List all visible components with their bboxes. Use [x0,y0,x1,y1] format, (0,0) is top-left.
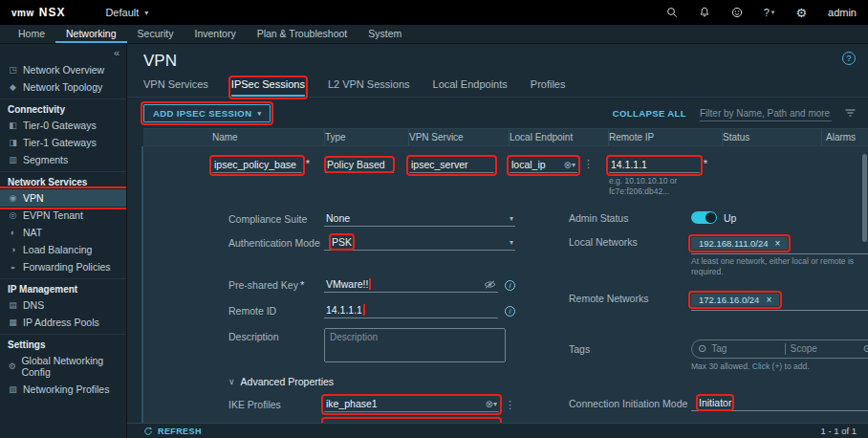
session-name-input[interactable]: ipsec_policy_base [212,158,302,173]
sidebar-group-network-services: Network Services ◉ VPN ◎ EVPN Tenant ◐ N… [0,171,126,275]
nav-security[interactable]: Security [127,25,184,43]
ike-profile-combobox[interactable]: ike_phase1 ⊗ ▾ [324,397,499,412]
sidebar-item-nat[interactable]: ◐ NAT [0,224,126,241]
clear-icon[interactable]: ⊗ [564,160,572,170]
admin-status-toggle[interactable] [691,211,717,224]
compliance-suite-label: Compliance Suite [228,213,324,225]
help-menu[interactable]: ? ▾ [764,7,775,18]
compliance-suite-select[interactable]: None ▾ [324,211,515,227]
pagination: 1 - 1 of 1 [821,426,857,436]
tags-label: Tags [569,343,691,355]
search-icon[interactable] [666,7,678,18]
tier1-gateway-icon: ◨ [8,138,18,147]
forwarding-policies-icon: ◒ [8,262,18,272]
sidebar-item-tier0-gateways[interactable]: ◧ Tier-0 Gateways [0,117,126,134]
pre-shared-key-input[interactable]: VMware!! [324,277,498,293]
refresh-button[interactable]: REFRESH [143,427,202,436]
product-name: NSX [39,6,66,19]
notifications-bell-icon[interactable] [699,7,710,18]
load-balancing-icon: ◑ [8,245,18,254]
info-icon[interactable]: i [505,280,515,291]
show-password-eye-icon[interactable] [484,280,496,289]
ipsec-profile-combobox[interactable]: ipsec_phase2 ⊗ ▾ [324,420,499,423]
remote-networks-input[interactable]: 172.16.16.0/24 × [691,293,868,311]
feedback-smiley-icon[interactable] [731,7,743,18]
sidebar-item-load-balancing[interactable]: ◑ Load Balancing [0,241,126,258]
add-ipsec-session-button[interactable]: ADD IPSEC SESSION ▾ [143,104,271,122]
remote-ip-input[interactable]: 14.1.1.1 [609,158,700,173]
sidebar-collapse-icon[interactable]: « [114,47,119,58]
global-config-gear-icon: ⚙ [8,361,16,371]
remove-chip-icon[interactable]: × [775,238,781,249]
nav-home[interactable]: Home [8,25,55,43]
chevron-down-icon: ∨ [228,377,235,386]
sidebar-item-label: Forwarding Policies [23,261,111,273]
ike-profile-menu-icon[interactable]: ⋮ [505,399,515,411]
chevron-down-icon: ▾ [510,238,513,247]
nav-system[interactable]: System [358,25,412,43]
remove-chip-icon[interactable]: × [766,295,771,305]
local-networks-input[interactable]: 192.168.111.0/24 × [691,236,868,254]
vpn-service-combobox[interactable]: ipsec_server [409,158,494,173]
project-switcher[interactable]: Default ▾ [105,7,148,18]
tab-local-endpoints[interactable]: Local Endpoints [433,78,508,97]
sidebar-item-network-overview[interactable]: ◳ Network Overview [0,61,126,78]
authentication-mode-select[interactable]: PSK ▾ [324,235,515,251]
sidebar-item-forwarding-policies[interactable]: ◒ Forwarding Policies [0,258,126,275]
sidebar-item-label: Load Balancing [23,244,92,255]
sidebar-item-label: Tier-0 Gateways [23,120,97,131]
sidebar-group-overview: ◳ Network Overview ◆ Network Topology [0,59,126,96]
sidebar-item-ip-address-pools[interactable]: ▦ IP Address Pools [0,314,126,331]
nav-inventory[interactable]: Inventory [184,25,246,43]
info-icon[interactable]: i [505,306,515,317]
sidebar-item-label: Global Networking Config [21,355,119,378]
local-endpoint-menu-icon[interactable]: ⋮ [583,158,594,170]
clear-icon[interactable]: ⊗ [486,422,493,423]
col-type: Type [325,129,409,145]
tab-vpn-services[interactable]: VPN Services [143,78,208,97]
sidebar-item-networking-profiles[interactable]: ▧ Networking Profiles [0,381,126,398]
nav-plan-troubleshoot[interactable]: Plan & Troubleshoot [247,25,358,43]
networks-hint: At least one network, either local or re… [691,256,868,276]
filter-input[interactable] [700,106,832,121]
topbar-actions: ? ▾ ⚙ admin [666,7,857,19]
tab-profiles[interactable]: Profiles [531,78,566,97]
sidebar-section-connectivity: Connectivity [0,101,126,117]
tab-ipsec-sessions[interactable]: IPSec Sessions [231,78,305,97]
settings-gear-icon[interactable]: ⚙ [795,7,807,19]
page-title: VPN [143,52,177,71]
vpn-tabs: VPN Services IPSec Sessions L2 VPN Sessi… [127,73,868,98]
scrollbar[interactable] [862,154,867,242]
sidebar-item-label: Segments [23,154,68,165]
remote-id-input[interactable]: 14.1.1.1 [324,303,498,318]
chevron-down-icon: ▾ [510,214,513,223]
ipsec-profile-menu-icon[interactable]: ⋮ [505,422,515,423]
filter-funnel-icon[interactable] [845,109,856,118]
sidebar-item-evpn-tenant[interactable]: ◎ EVPN Tenant [0,207,126,224]
sessions-table-header: Name Type VPN Service Local Endpoint Rem… [143,128,868,146]
advanced-properties-toggle[interactable]: ∨ Advanced Properties [228,376,515,387]
sidebar-item-global-networking-config[interactable]: ⚙ Global Networking Config [0,352,126,381]
collapse-all-link[interactable]: COLLAPSE ALL [613,108,686,119]
sidebar-item-vpn[interactable]: ◉ VPN [0,189,126,207]
tag-input[interactable] [706,343,784,354]
sidebar-item-tier1-gateways[interactable]: ◨ Tier-1 Gateways [0,134,126,151]
chevron-down-icon: ▾ [572,161,575,169]
project-label: Default [105,7,139,18]
tab-l2-vpn-sessions[interactable]: L2 VPN Sessions [328,78,410,97]
sidebar-item-dns[interactable]: ▤ DNS [0,296,126,314]
sidebar-item-segments[interactable]: ▥ Segments [0,151,126,168]
header-gutter [143,129,212,145]
description-textarea[interactable] [324,328,506,362]
nav-networking[interactable]: Networking [55,25,127,43]
dns-icon: ▤ [8,300,18,310]
page-help-icon[interactable]: ? [842,52,856,65]
local-endpoint-combobox[interactable]: local_ip ⊗ ▾ [510,158,577,173]
authentication-mode-label: Authentication Mode [228,237,324,249]
user-menu[interactable]: admin [828,7,857,18]
session-type-select[interactable]: Policy Based [325,158,394,173]
connection-initiation-mode-select[interactable]: Initiator ▾ [691,396,868,411]
sidebar-item-network-topology[interactable]: ◆ Network Topology [0,78,126,96]
scope-input[interactable] [786,343,863,354]
clear-icon[interactable]: ⊗ [486,399,493,409]
